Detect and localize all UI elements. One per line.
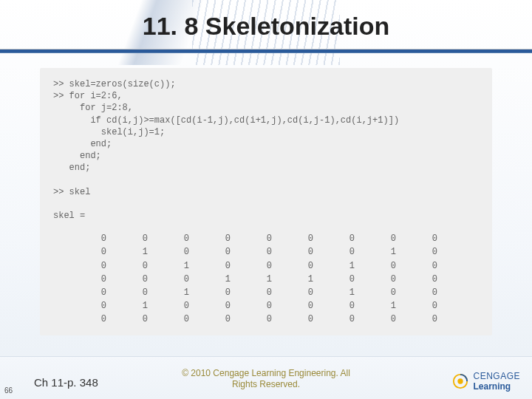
matrix-cell: 0 [71, 245, 112, 259]
matrix-cell: 0 [71, 299, 112, 313]
copyright-line-2: Rights Reserved. [232, 379, 300, 389]
matrix-cell: 1 [154, 286, 195, 299]
matrix-cell: 0 [402, 259, 443, 273]
matrix-cell: 0 [402, 313, 443, 326]
matrix-row: 001000100 [71, 286, 443, 299]
matrix-cell: 0 [402, 245, 443, 259]
matrix-row: 000000000 [71, 232, 443, 245]
matrix-cell: 0 [154, 299, 195, 313]
matrix-cell: 0 [319, 273, 361, 286]
matrix-cell: 0 [278, 245, 319, 259]
code-block: >> skel=zeros(size(c)); >> for i=2:6, fo… [53, 78, 479, 222]
matrix-cell: 1 [236, 273, 278, 286]
matrix-cell: 0 [236, 259, 278, 273]
title-rule [0, 49, 532, 53]
matrix-cell: 0 [236, 245, 278, 259]
matrix-cell: 0 [402, 232, 443, 245]
matrix-cell: 0 [112, 259, 154, 273]
matrix-cell: 0 [361, 273, 402, 286]
matrix-row: 010000010 [71, 299, 443, 313]
matrix-cell: 0 [71, 313, 112, 326]
svg-point-1 [458, 378, 463, 383]
matrix-cell: 0 [361, 286, 402, 299]
matrix-cell: 1 [154, 259, 195, 273]
matrix-row: 000000000 [71, 313, 443, 326]
matrix-row: 010000010 [71, 245, 443, 259]
matrix-cell: 0 [71, 259, 112, 273]
matrix-cell: 1 [361, 245, 402, 259]
matrix-cell: 1 [195, 273, 236, 286]
matrix-cell: 0 [402, 299, 443, 313]
matrix-cell: 0 [112, 273, 154, 286]
matrix-row: 000111000 [71, 273, 443, 286]
brand-word-learning: Learning [473, 381, 511, 392]
matrix-cell: 0 [278, 286, 319, 299]
matrix-cell: 0 [236, 286, 278, 299]
matrix-row: 001000100 [71, 259, 443, 273]
matrix-cell: 0 [402, 273, 443, 286]
matrix-cell: 0 [71, 273, 112, 286]
matrix-cell: 0 [236, 232, 278, 245]
matrix-cell: 0 [154, 313, 195, 326]
matrix-cell: 1 [278, 273, 319, 286]
matrix-cell: 1 [112, 245, 154, 259]
matrix-cell: 0 [278, 313, 319, 326]
matrix-cell: 0 [278, 232, 319, 245]
matrix-cell: 0 [361, 313, 402, 326]
brand-word-cengage: CENGAGE [473, 371, 520, 381]
matrix-cell: 0 [278, 299, 319, 313]
matrix-cell: 0 [195, 259, 236, 273]
matrix-cell: 0 [195, 232, 236, 245]
matrix-cell: 1 [319, 286, 361, 299]
output-matrix: 0000000000100000100010001000001110000010… [71, 232, 443, 326]
matrix-cell: 0 [402, 286, 443, 299]
copyright-line-1: © 2010 Cengage Learning Engineering. All [182, 368, 350, 378]
matrix-cell: 0 [195, 313, 236, 326]
matrix-cell: 0 [236, 299, 278, 313]
matrix-cell: 0 [154, 273, 195, 286]
brand-logo: CENGAGE Learning [452, 371, 520, 392]
matrix-cell: 0 [278, 259, 319, 273]
matrix-cell: 0 [236, 313, 278, 326]
matrix-cell: 1 [319, 259, 361, 273]
matrix-cell: 1 [361, 299, 402, 313]
matrix-cell: 0 [112, 313, 154, 326]
matrix-cell: 0 [319, 232, 361, 245]
slide: 11. 8 Skeletonization >> skel=zeros(size… [0, 0, 532, 399]
page-title: 11. 8 Skeletonization [0, 12, 532, 41]
cengage-icon [452, 373, 468, 389]
matrix-cell: 0 [112, 232, 154, 245]
code-panel: >> skel=zeros(size(c)); >> for i=2:6, fo… [40, 68, 492, 335]
matrix-cell: 0 [154, 232, 195, 245]
matrix-cell: 0 [112, 286, 154, 299]
matrix-cell: 0 [319, 245, 361, 259]
matrix-cell: 0 [195, 286, 236, 299]
matrix-cell: 0 [195, 245, 236, 259]
matrix-cell: 0 [195, 299, 236, 313]
matrix-cell: 0 [154, 245, 195, 259]
matrix-cell: 0 [319, 299, 361, 313]
matrix-cell: 0 [71, 232, 112, 245]
matrix-cell: 0 [361, 259, 402, 273]
matrix-cell: 0 [319, 313, 361, 326]
matrix-cell: 1 [112, 299, 154, 313]
matrix-cell: 0 [361, 232, 402, 245]
matrix-cell: 0 [71, 286, 112, 299]
